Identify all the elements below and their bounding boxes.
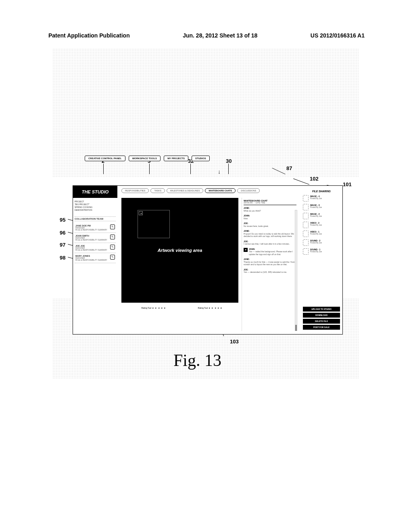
chat-text: Yes — descended to (123, 345) relocated … — [244, 271, 296, 274]
tm-role2: ROLE & RESPONSIBILITY SUMMARY — [75, 229, 108, 231]
proj-line: PROJECT — [75, 200, 116, 203]
file-meta: Posted By Joe — [310, 233, 322, 235]
tm-role2: ROLE & RESPONSIBILITY SUMMARY — [75, 239, 108, 241]
tab-whiteboard-chats[interactable]: WHITEBOARD CHATS — [205, 188, 236, 193]
file-icon — [303, 248, 309, 255]
file-meta: Posted By Joe — [310, 197, 322, 200]
page-header: Patent Application Publication Jun. 28, … — [0, 32, 413, 39]
chat-msg: JOHN: Nice. — [244, 214, 296, 220]
left-panel: PROJECT "BIG PROJECT" SPRING COOKING DEM… — [73, 199, 117, 335]
chat-text: Thanks so much for that — it was easier … — [244, 261, 296, 266]
file-sharing-title: FILE SHARING — [303, 190, 340, 193]
figure-wrap: 2 5 32 30 87 102 101 95 96 97 98 103 CRE… — [60, 165, 351, 403]
edit-icon[interactable]: ✎ — [110, 245, 115, 249]
file-item[interactable]: VIDEO - 2 Posted By Joe — [303, 222, 340, 228]
tab-responsibilities[interactable]: RESPONSIBILITIES — [121, 188, 149, 193]
callout-line — [103, 164, 104, 174]
rating-left[interactable]: Rating Tool ★ ★ ★ ★ ★ — [142, 307, 166, 309]
stars-icon[interactable]: ★ ★ ★ ★ ★ — [209, 307, 223, 309]
top-nav: CREATIVE CONTROL PANEL WORKSPACE TOOLS M… — [85, 156, 210, 161]
proj-line: "BIG PROJECT" — [75, 203, 116, 206]
tab-milestones[interactable]: MILESTONES & DEADLINES — [167, 188, 203, 193]
chat-text: Hi guys! Do you need us today to add the… — [244, 233, 296, 238]
file-icon — [303, 213, 309, 219]
ratings-row: Rating Tool ★ ★ ★ ★ ★ Rating Tool ★ ★ ★ … — [125, 307, 238, 309]
post-for-sale-button[interactable]: POST FOR SALE — [303, 325, 340, 330]
chat-msg: JANE: Hi guys! Do you need us today to a… — [244, 230, 296, 238]
tab-tasks[interactable]: TASKS — [150, 188, 165, 193]
file-item[interactable]: IMAGE - 4 Posted By Joe — [303, 195, 340, 202]
team-member-joe[interactable]: JOE JOE DESIGNER ROLE & RESPONSIBILITY S… — [75, 243, 116, 253]
file-item[interactable]: SOUND - 1 Posted By Joe — [303, 248, 340, 255]
file-icon — [303, 222, 309, 228]
callout-87: 87 — [286, 165, 292, 171]
chat-subtitle: ARTWORK — DATE TIME — [244, 202, 296, 205]
callout-line — [190, 164, 191, 174]
chat-msg: JANE: What do you think? — [244, 207, 296, 212]
artwork-viewing-area[interactable]: ✕ Artwork viewing area — [121, 198, 238, 303]
download-button[interactable]: DOWNLOAD — [303, 313, 340, 318]
chat-msg: JOE: I cannot see that, I will look afte… — [244, 240, 296, 245]
app-window: THE STUDIO RESPONSIBILITIES TASKS MILEST… — [73, 185, 343, 335]
rating-right[interactable]: Rating Tool ★ ★ ★ ★ ★ — [198, 307, 223, 309]
attachment-icon[interactable]: ■ — [244, 248, 248, 252]
header-left: Patent Application Publication — [48, 32, 130, 39]
stars-icon[interactable]: ★ ★ ★ ★ ★ — [152, 307, 166, 309]
team-member-jane[interactable]: JANE DOE PM MANAGER ROLE & RESPONSIBILIT… — [75, 223, 116, 233]
chat-scrollbar[interactable] — [295, 210, 297, 331]
chat-text: Yes — nailed the background. Please work… — [249, 250, 296, 256]
callout-103: 103 — [230, 339, 239, 345]
file-actions: UPLOAD TO STUDIO DOWNLOAD DELETE FILE PO… — [303, 307, 340, 331]
file-item[interactable]: SOUND - 2 Posted By Joe — [303, 239, 340, 246]
callout-101: 101 — [343, 181, 352, 187]
callout-line — [293, 179, 309, 185]
callout-98: 98 — [60, 255, 65, 261]
delete-file-button[interactable]: DELETE FILE — [303, 319, 340, 324]
chat-text: I cannot see that, I will look after it … — [244, 243, 296, 245]
chat-msg: JOE: Yes — descended to (123, 345) reloc… — [244, 268, 296, 274]
studio-title: THE STUDIO — [73, 186, 117, 198]
file-item[interactable]: IMAGE - 2 Posted By Joe — [303, 213, 340, 219]
artwork-label: Artwork viewing area — [158, 248, 202, 253]
chat-text: Nice. — [244, 217, 296, 220]
callout-96: 96 — [60, 230, 65, 236]
project-info: PROJECT "BIG PROJECT" SPRING COOKING DEM… — [75, 200, 116, 212]
nav-creative-control[interactable]: CREATIVE CONTROL PANEL — [85, 156, 125, 161]
rating-label: Rating Tool — [142, 307, 152, 309]
rating-label: Rating Tool — [198, 307, 208, 309]
nav-my-projects[interactable]: MY PROJECTS — [164, 156, 188, 161]
proj-line: SPRING COOKING — [75, 206, 116, 209]
callout-line — [149, 164, 150, 174]
chat-text: What do you think? — [244, 210, 296, 212]
down-arrow-icon: ↓ — [218, 168, 221, 175]
chat-msg: ■ JOHN: Yes — nailed the background. Ple… — [244, 248, 296, 256]
upload-button[interactable]: UPLOAD TO STUDIO — [303, 307, 340, 312]
proj-line: DEMONSTRATION — [75, 209, 116, 212]
file-meta: Posted By Joe — [310, 251, 322, 253]
team-member-john[interactable]: JOHN SMITH DESIGNER ROLE & RESPONSIBILIT… — [75, 233, 116, 243]
tab-discussions[interactable]: DISCUSSIONS — [237, 188, 260, 193]
team-member-mary[interactable]: MARY JONES DESIGNER ROLE & RESPONSIBILIT… — [75, 253, 116, 263]
callout-102: 102 — [310, 176, 319, 182]
file-item[interactable]: IMAGE - 3 Posted By Joe — [303, 204, 340, 210]
sub-tabs: RESPONSIBILITIES TASKS MILESTONES & DEAD… — [121, 188, 260, 193]
file-icon — [303, 204, 309, 210]
close-icon[interactable]: ✕ — [139, 211, 143, 215]
file-meta: Posted By Joe — [310, 242, 322, 244]
nav-workspace-tools[interactable]: WORKSPACE TOOLS — [129, 156, 161, 161]
artwork-inner-box: ✕ — [138, 210, 170, 238]
file-item[interactable]: VIDEO - 1 Posted By Joe — [303, 231, 340, 237]
file-meta: Posted By Joe — [310, 206, 322, 208]
chat-text: No issues here, looks great. — [244, 225, 296, 228]
whiteboard-chat-panel: WHITEBOARD CHAT ARTWORK — DATE TIME JANE… — [242, 198, 298, 331]
edit-icon[interactable]: ✎ — [110, 255, 115, 260]
chat-msg: JANE: Thanks so much for that — it was e… — [244, 258, 296, 266]
scrollbar-thumb[interactable] — [295, 325, 297, 331]
tm-role2: ROLE & RESPONSIBILITY SUMMARY — [75, 249, 108, 251]
file-icon — [303, 195, 309, 202]
chat-msg: JOE: No issues here, looks great. — [244, 222, 296, 227]
callout-95: 95 — [60, 217, 65, 223]
edit-icon[interactable]: ✎ — [110, 224, 115, 229]
nav-studios[interactable]: STUDIOS — [192, 156, 210, 161]
edit-icon[interactable]: ✎ — [110, 235, 115, 239]
